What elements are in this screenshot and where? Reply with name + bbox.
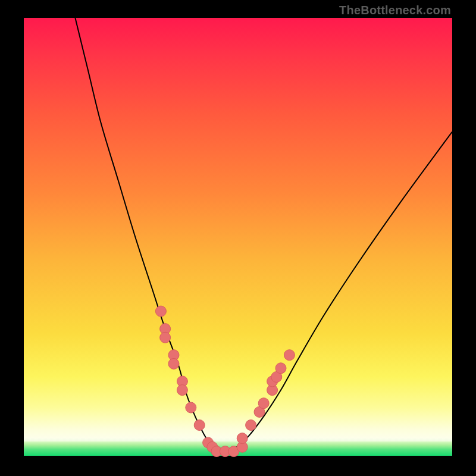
chart-marker xyxy=(284,350,295,361)
chart-marker xyxy=(246,420,256,431)
chart-curve xyxy=(75,18,452,453)
chart-marker xyxy=(237,433,248,444)
chart-marker xyxy=(258,398,269,409)
chart-frame: TheBottleneck.com xyxy=(0,0,476,476)
watermark-text: TheBottleneck.com xyxy=(339,4,451,17)
chart-marker xyxy=(275,363,286,374)
chart-markers xyxy=(155,306,295,457)
chart-marker xyxy=(177,385,187,396)
chart-plot-area xyxy=(24,18,452,456)
chart-marker xyxy=(160,332,171,343)
chart-marker xyxy=(194,420,205,431)
chart-marker xyxy=(168,358,179,369)
chart-svg xyxy=(24,18,452,456)
chart-marker xyxy=(186,402,196,413)
chart-marker xyxy=(155,306,166,317)
